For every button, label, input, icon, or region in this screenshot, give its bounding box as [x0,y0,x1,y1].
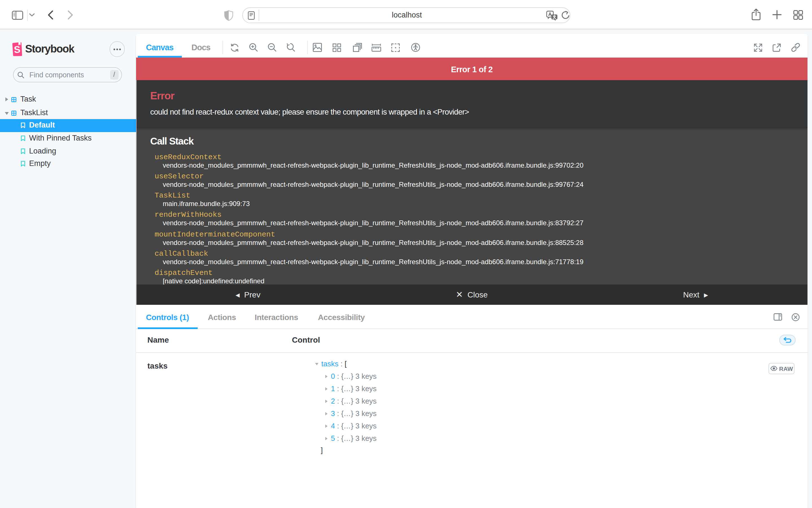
svg-text:S: S [13,44,20,55]
